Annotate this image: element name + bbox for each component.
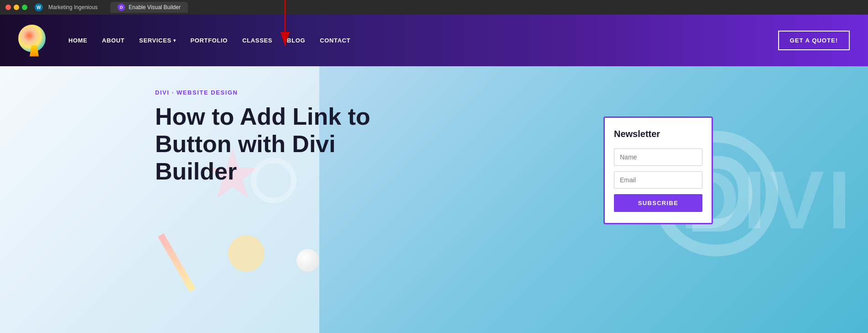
newsletter-title: Newsletter [614,129,702,139]
nav-services[interactable]: SERVICES ▾ [139,37,176,44]
site-header: HOME ABOUT SERVICES ▾ PORTFOLIO CLASSES … [0,15,868,66]
nav-blog[interactable]: BLOG [287,37,305,44]
hero-content: DIVI · WEBSITE DESIGN How to Add Link to… [155,89,383,185]
minimize-window-button[interactable] [14,5,19,10]
site-logo [18,25,50,57]
hero-title: How to Add Link to Button with Divi Buil… [155,103,383,185]
logo-area[interactable] [18,25,50,57]
hero-category-label: DIVI · WEBSITE DESIGN [155,89,383,96]
newsletter-widget: Newsletter SUBSCRIBE [603,116,713,224]
nav-about[interactable]: ABOUT [102,37,125,44]
close-window-button[interactable] [5,5,11,10]
browser-chrome-bar: W Marketing Ingenious D Enable Visual Bu… [0,0,868,15]
nav-contact[interactable]: CONTACT [320,37,350,44]
newsletter-name-input[interactable] [614,148,702,166]
get-quote-button[interactable]: GET A QUOTE! [778,31,850,50]
newsletter-subscribe-button[interactable]: SUBSCRIBE [614,194,702,212]
divi-tab-icon: D [118,4,125,11]
nav-portfolio[interactable]: PORTFOLIO [190,37,228,44]
browser-tab[interactable]: D Enable Visual Builder [110,2,188,13]
maximize-window-button[interactable] [22,5,27,10]
wordpress-site-name: Marketing Ingenious [48,4,98,11]
window-controls [5,5,27,10]
newsletter-email-input[interactable] [614,171,702,189]
tab-title: Enable Visual Builder [129,4,181,11]
hero-section: Ⓓ DIVI DIVI · WEBSITE DESIGN How to Add … [0,66,868,333]
main-navigation: HOME ABOUT SERVICES ▾ PORTFOLIO CLASSES … [68,37,350,44]
wordpress-icon: W [35,3,43,11]
chevron-down-icon: ▾ [173,38,176,43]
nav-services-label: SERVICES [139,37,172,44]
nav-classes[interactable]: CLASSES [242,37,272,44]
nav-home[interactable]: HOME [68,37,88,44]
